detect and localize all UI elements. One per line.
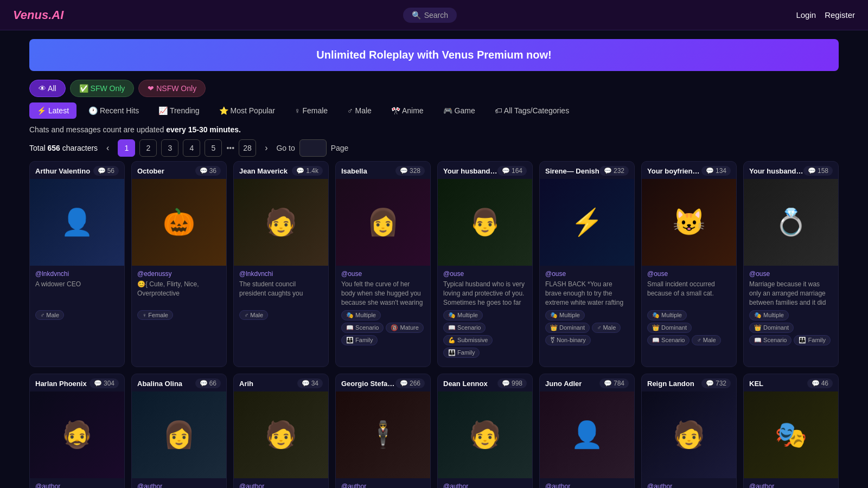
card-juno-adler[interactable]: Juno Adler 💬 784 👤 @author bbox=[539, 374, 635, 488]
card-body: @edenussy 😊{ Cute, Flirty, Nice, Overpro… bbox=[132, 266, 226, 329]
card-header: Your husband, Euge 💬 158 bbox=[744, 162, 838, 179]
filter-recent-hits-btn[interactable]: 🕐 Recent Hits bbox=[81, 102, 146, 119]
card-your-boyfriend-adit[interactable]: Your boyfriend, Adit. 💬 134 😺 @ouse Smal… bbox=[641, 161, 737, 367]
tag: ♂ Male bbox=[592, 323, 621, 333]
card-georgio-stefano[interactable]: Georgio Stefano 💬 266 🕴 @author bbox=[335, 374, 431, 488]
filter-female-btn[interactable]: ♀ Female bbox=[287, 102, 335, 119]
filter-all-btn[interactable]: 👁 All bbox=[29, 80, 66, 97]
chat-count: 266 bbox=[410, 380, 420, 387]
page-label: Page bbox=[331, 144, 349, 152]
card-your-husband-dylan[interactable]: Your husband, Dylan 💬 164 👨 @ouse Typica… bbox=[437, 161, 533, 367]
card-author: @author bbox=[749, 483, 833, 488]
card-author: @ouse bbox=[341, 270, 425, 278]
card-sirene-denish[interactable]: Sirene— Denish 💬 232 ⚡ @ouse FLASH BACK … bbox=[539, 161, 635, 367]
filter-male-btn[interactable]: ♂ Male bbox=[340, 102, 379, 119]
page-5-btn[interactable]: 5 bbox=[205, 139, 222, 157]
card-body: @author bbox=[132, 478, 226, 488]
card-author: @edenussy bbox=[137, 270, 221, 278]
chat-icon: 💬 bbox=[296, 167, 304, 175]
card-header: October 💬 36 bbox=[132, 162, 226, 179]
card-abalina-olina[interactable]: Abalina Olina 💬 66 👩 @author bbox=[131, 374, 227, 488]
tag: 🎭 Multiple bbox=[341, 310, 381, 320]
page-1-btn[interactable]: 1 bbox=[118, 139, 135, 157]
chat-icon: 💬 bbox=[400, 167, 408, 175]
card-author: @author bbox=[647, 483, 731, 488]
card-name: Georgio Stefano bbox=[341, 380, 395, 388]
filter-trending-btn[interactable]: 📈 Trending bbox=[151, 102, 207, 119]
premium-banner[interactable]: Unlimited Roleplay with Venus Premium no… bbox=[29, 39, 839, 71]
search-bar[interactable]: 🔍 Search bbox=[403, 8, 457, 23]
go-to-label: Go to bbox=[276, 144, 295, 152]
chat-badge: 💬 266 bbox=[395, 378, 425, 388]
chat-count: 998 bbox=[512, 380, 522, 387]
page-3-btn[interactable]: 3 bbox=[161, 139, 178, 157]
card-image: 🎭 bbox=[744, 391, 838, 478]
card-kel[interactable]: KEL 💬 46 🎭 @author bbox=[743, 374, 839, 488]
card-dean-lennox[interactable]: Dean Lennox 💬 998 🧑 @author bbox=[437, 374, 533, 488]
card-jean-maverick[interactable]: Jean Maverick 💬 1.4k 🧑 @lnkdvnchi The st… bbox=[233, 161, 329, 367]
chat-count: 36 bbox=[209, 167, 216, 175]
chat-icon: 💬 bbox=[200, 380, 208, 387]
filter-sfw-btn[interactable]: ✅ SFW Only bbox=[70, 80, 135, 97]
filter-type-row: 👁 All ✅ SFW Only ❤ NSFW Only bbox=[29, 80, 839, 97]
card-name: Abalina Olina bbox=[137, 380, 182, 388]
card-header: Your boyfriend, Adit. 💬 134 bbox=[642, 162, 736, 179]
card-header: Sirene— Denish 💬 232 bbox=[540, 162, 634, 179]
chat-icon: 💬 bbox=[604, 167, 612, 175]
total-label: Total 656 characters bbox=[29, 144, 98, 152]
card-body: @ouse You felt the curve of her body whe… bbox=[336, 266, 430, 354]
card-name: Arih bbox=[239, 380, 253, 388]
tag: ♂ Male bbox=[239, 310, 268, 320]
card-your-husband-euge[interactable]: Your husband, Euge 💬 158 💍 @ouse Marriag… bbox=[743, 161, 839, 367]
page-28-btn[interactable]: 28 bbox=[239, 139, 256, 157]
filter-nsfw-btn[interactable]: ❤ NSFW Only bbox=[138, 80, 206, 97]
card-header: Georgio Stefano 💬 266 bbox=[336, 374, 430, 391]
card-name: Jean Maverick bbox=[239, 167, 288, 175]
filter-all-tags-btn[interactable]: 🏷 All Tags/Categories bbox=[487, 102, 577, 119]
tag: 👑 Dominant bbox=[647, 323, 692, 333]
login-link[interactable]: Login bbox=[796, 10, 816, 20]
chat-icon: 💬 bbox=[302, 380, 310, 387]
card-image: 🎃 bbox=[132, 179, 226, 266]
filter-game-btn[interactable]: 🎮 Game bbox=[436, 102, 483, 119]
next-page-btn[interactable]: › bbox=[260, 141, 272, 155]
tag: 👪 Family bbox=[443, 348, 480, 358]
card-october[interactable]: October 💬 36 🎃 @edenussy 😊{ Cute, Flirty… bbox=[131, 161, 227, 367]
chat-count: 164 bbox=[512, 167, 522, 175]
card-author: @author bbox=[443, 483, 527, 488]
card-arthur-valentino[interactable]: Arthur Valentino 💬 56 👤 @lnkdvnchi A wid… bbox=[29, 161, 125, 367]
chat-icon: 💬 bbox=[200, 167, 208, 175]
card-isabella[interactable]: Isabella 💬 328 👩 @ouse You felt the curv… bbox=[335, 161, 431, 367]
card-body: @author bbox=[438, 478, 532, 488]
filter-most-popular-btn[interactable]: ⭐ Most Popular bbox=[212, 102, 283, 119]
card-author: @ouse bbox=[443, 270, 527, 278]
card-header: KEL 💬 46 bbox=[744, 374, 838, 391]
card-image: 🕴 bbox=[336, 391, 430, 478]
card-author: @lnkdvnchi bbox=[239, 270, 323, 278]
filter-latest-btn[interactable]: ⚡ Latest bbox=[29, 102, 76, 119]
page-4-btn[interactable]: 4 bbox=[183, 139, 200, 157]
card-image: 👤 bbox=[30, 179, 124, 266]
chat-icon: 💬 bbox=[706, 380, 714, 387]
update-highlight: every 15-30 minutes. bbox=[166, 125, 241, 134]
prev-page-btn[interactable]: ‹ bbox=[102, 141, 113, 155]
card-image: ⚡ bbox=[540, 179, 634, 266]
logo: Venus.AI bbox=[13, 8, 63, 22]
register-link[interactable]: Register bbox=[825, 10, 855, 20]
update-prefix: Chats and messages count are updated bbox=[29, 125, 166, 134]
card-author: @ouse bbox=[545, 270, 629, 278]
chat-badge: 💬 328 bbox=[395, 166, 425, 176]
card-author: @author bbox=[545, 483, 629, 488]
card-name: Sirene— Denish bbox=[545, 167, 599, 175]
card-arih[interactable]: Arih 💬 34 🧑 @author bbox=[233, 374, 329, 488]
chat-icon: 💬 bbox=[502, 380, 510, 387]
page-2-btn[interactable]: 2 bbox=[139, 139, 157, 157]
tag: 🎭 Multiple bbox=[749, 310, 789, 320]
chat-badge: 💬 164 bbox=[497, 166, 527, 176]
chat-count: 134 bbox=[716, 167, 726, 175]
card-reign-landon[interactable]: Reign Landon 💬 732 🧑 @author bbox=[641, 374, 737, 488]
chat-count: 46 bbox=[821, 380, 828, 387]
go-to-input[interactable] bbox=[299, 139, 327, 157]
card-harlan-phoenix[interactable]: Harlan Phoenix 💬 304 🧔 @author bbox=[29, 374, 125, 488]
filter-anime-btn[interactable]: 🎌 Anime bbox=[384, 102, 431, 119]
